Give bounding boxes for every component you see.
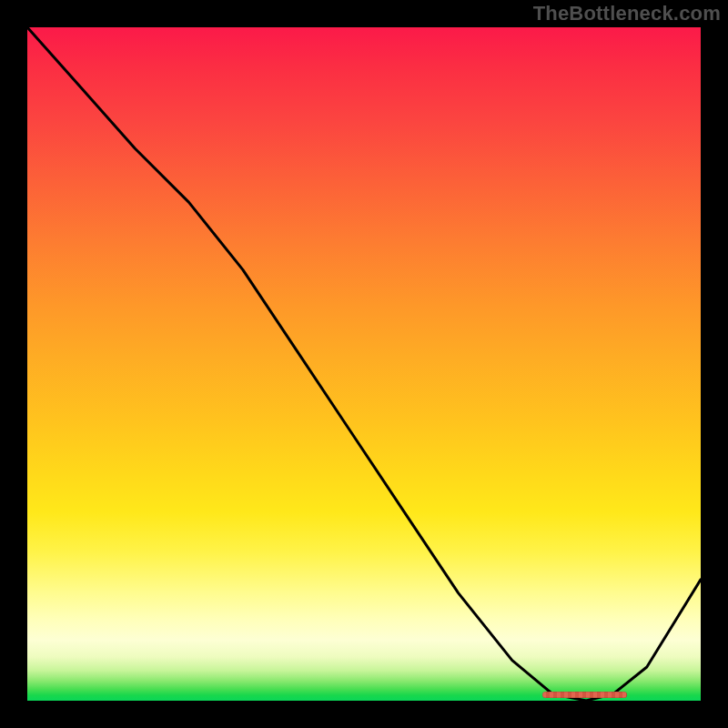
bottleneck-curve-svg (27, 27, 701, 701)
plot-area (27, 27, 701, 701)
bottleneck-curve-path (27, 27, 701, 701)
optimal-range-marker (542, 692, 627, 698)
chart-container: TheBottleneck.com (0, 0, 728, 728)
watermark-text: TheBottleneck.com (533, 2, 721, 25)
